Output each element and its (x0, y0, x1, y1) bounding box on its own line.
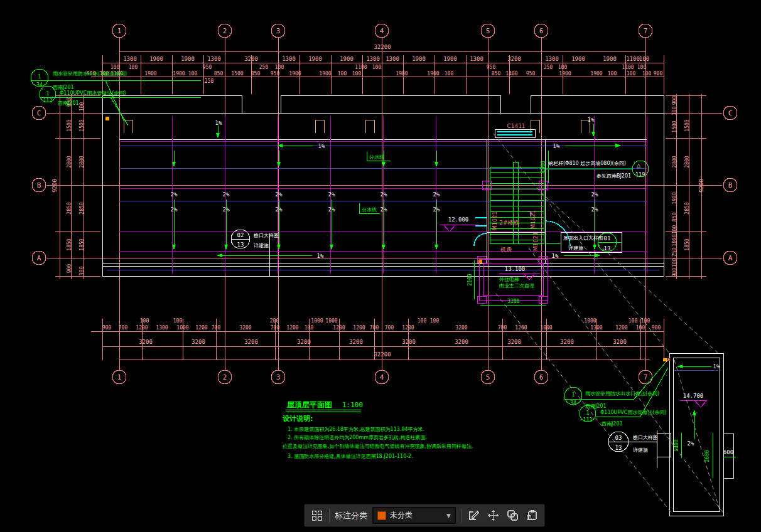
dim-row: 100100200100010001001001000100100 (140, 318, 650, 324)
callout-text: 雨水管采用防水出水口做法(余同) (585, 391, 659, 396)
note-line: 3. 屋面防水层分格缝,具体做法详见西南18.J201-110-2. (288, 454, 413, 459)
grid-bubble-label: C (728, 109, 733, 117)
callout-ref: 西南J201 (585, 403, 607, 409)
slope-label: 1% (317, 253, 324, 259)
ridge-label: 分水线 (362, 207, 377, 213)
grid-bubble-label: A (728, 254, 733, 262)
level-label: 13.100 (505, 266, 526, 272)
drawing-scale: 1:100 (342, 401, 363, 409)
cad-canvas[interactable]: 1 2 3 4 5 6 7 1 2 3 4 5 6 7 C B A C B A … (0, 0, 761, 532)
grid-bubble-label: 5 (486, 373, 490, 381)
drain-marker (478, 260, 482, 263)
categories-icon[interactable] (310, 508, 324, 523)
grid-bubble-label: 1 (117, 373, 122, 381)
callout-sub: 详建施 (568, 245, 583, 251)
title-block: 屋顶层平面图 1:100 设计说明: 1. 本层建筑面积为26.18平方米,总建… (283, 400, 473, 459)
grid-bubble-label: 7 (644, 27, 648, 35)
category-dropdown-value: 未分类 (390, 510, 443, 521)
drain-marker (663, 358, 667, 361)
slope-label: 1% (552, 253, 559, 259)
dim-total-right: 9200 (698, 179, 704, 193)
edit-icon[interactable] (467, 508, 481, 523)
dim-text: 1850 (67, 238, 72, 250)
dim-text: 600 (723, 449, 733, 455)
callout-ref: 西南J201 (53, 85, 74, 90)
grid-bubble-label: 2 (223, 27, 227, 35)
category-label: 标注分类 (335, 510, 367, 521)
grid-bubble-label: A (37, 254, 41, 262)
callout-text: 檐口大样图 (632, 435, 658, 440)
callout-den: 34 (570, 400, 576, 406)
dim-text: 1500 (541, 161, 546, 173)
dim-total-top: 32200 (374, 44, 391, 50)
dim-text: 1850 (79, 238, 85, 250)
category-dropdown[interactable]: 未分类 ▼ (372, 507, 456, 524)
dim-text: 1500 (67, 119, 72, 131)
dim-row: 3200320032003200320032003200320032003200 (139, 339, 627, 345)
grid-bubble-label: 4 (380, 27, 384, 35)
drawing-title: 屋顶层平面图 (286, 400, 332, 409)
paste-icon[interactable] (525, 508, 539, 523)
dim-text: 850 (672, 213, 677, 222)
copy-icon[interactable] (505, 508, 520, 523)
dimensions-bottom: 100100200100010001001001000100100 900700… (91, 318, 664, 360)
dim-total-bottom: 32200 (374, 351, 391, 358)
grid-bubble-label: 4 (380, 373, 384, 381)
note-line: 位置及做法详见图集,如个别墙体做法与暗敷电气管线有冲突现象,协调后采用同样做法. (283, 444, 473, 449)
callout-sub: 详建施 (254, 243, 269, 248)
detail-view: 1% 2% 1400 2600 600 (657, 353, 736, 516)
drain-marker (105, 117, 109, 120)
dim-text: 2800 (672, 156, 677, 168)
dim-row: 10010095025010011001009502501001100100 (111, 65, 647, 70)
annotation-toolbar: 标注分类 未分类 ▼ (304, 504, 545, 527)
callout-num: 1 (38, 74, 41, 80)
callout-den: 13 (237, 242, 244, 248)
chevron-down-icon: ▼ (446, 513, 451, 519)
callout-num: 1 (46, 91, 50, 97)
dimensions-top: 32200 1300190019001300320013001900190013… (87, 44, 664, 94)
grid-bubble-label: 6 (539, 27, 544, 35)
toolbar-divider (461, 509, 461, 523)
dim-text: 750 (672, 248, 677, 257)
note-line: 1. 本层建筑面积为26.18平方米,总建筑面积为113.94平方米. (288, 427, 424, 432)
callout-num: 1 (572, 392, 575, 398)
grid-bubble-label: 1 (117, 27, 122, 35)
shaft-note: 外挂电梯 (499, 277, 519, 282)
cad-viewport[interactable]: 1 2 3 4 5 6 7 1 2 3 4 5 6 7 C B A C B A … (0, 0, 761, 532)
dim-text: 100 (672, 225, 677, 235)
dimensions-right: 9200 1500 2800 2850 1850 900 100 1500 28… (666, 94, 706, 279)
door-tag: M1021 (492, 211, 498, 231)
callout-ref: 西南J201 (58, 100, 79, 106)
callout-num: 02 (237, 232, 244, 238)
category-color-swatch (377, 511, 386, 520)
dim-text: 2850 (79, 202, 85, 214)
dim-text: 900 (672, 268, 677, 277)
dim-text: 1500 (684, 119, 690, 131)
slope-label: 1% (553, 143, 560, 149)
dim-text: 2800 (684, 156, 690, 168)
dim-text: 2800 (79, 156, 85, 168)
grid-bubble-label: B (728, 181, 733, 189)
dim-text: 1900 (672, 192, 677, 204)
callout-den: 34 (36, 82, 43, 88)
callout-text: 屋面出入口大样图 (563, 235, 603, 241)
dim-text: 3200 (507, 299, 519, 304)
notes-title: 设计说明: (283, 415, 313, 423)
callout-text: 雨水管采用防水出水口做法(余同) (53, 71, 127, 77)
dim-text: 1500 (79, 119, 85, 131)
dim-text: 100 (672, 258, 677, 268)
dim-text: 2850 (684, 202, 690, 214)
grid-bubble-label: 2 (223, 373, 227, 381)
toolbar-divider (329, 509, 330, 523)
dim-text: 2800 (67, 156, 72, 168)
dim-row: 1300190019001300320013001900190013001300… (123, 56, 649, 62)
move-icon[interactable] (486, 508, 500, 523)
dim-text: 100 (672, 107, 677, 116)
dim-text: 2850 (67, 202, 72, 214)
callout-den: 112 (43, 98, 53, 104)
room-label: 机房 (500, 247, 512, 253)
callout-num: 01 (604, 235, 611, 242)
callout-text: Φ110UPVC雨水管做法(余同) (60, 90, 126, 96)
grid-bubble-label: 6 (539, 373, 544, 381)
callout-num: 03 (615, 435, 622, 441)
